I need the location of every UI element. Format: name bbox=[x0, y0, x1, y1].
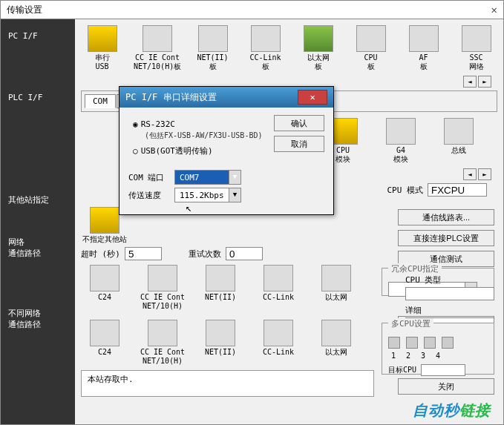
device-icon bbox=[90, 265, 120, 291]
device-item[interactable]: CC IE Cont NET/10(H) bbox=[139, 320, 186, 366]
device-icon bbox=[264, 320, 293, 346]
device-icon bbox=[148, 265, 177, 291]
device-item[interactable]: NET(II) bbox=[197, 265, 244, 311]
device-icon bbox=[88, 25, 117, 52]
serial-detail-dialog: PC I/F 串口详细设置 ✕ 确认 取消 ◉ RS-232C (包括FX-US… bbox=[119, 86, 334, 215]
device-icon bbox=[251, 25, 281, 52]
sidebar-item-other[interactable]: 其他站指定 bbox=[1, 188, 75, 211]
device-icon bbox=[321, 320, 351, 346]
speed-combo[interactable]: 115.2Kbps ▼ bbox=[174, 188, 241, 202]
sidebar-item-plcif[interactable]: PLC I/F bbox=[1, 87, 75, 108]
timeout-input[interactable] bbox=[125, 247, 162, 260]
cpu-slot-1[interactable] bbox=[388, 337, 400, 349]
device-icon bbox=[444, 118, 474, 145]
close-button[interactable]: 关闭 bbox=[398, 378, 494, 395]
cpu-slot-3[interactable] bbox=[424, 337, 436, 349]
cpu-mode-label: CPU 模式 bbox=[387, 185, 424, 196]
watermark: 自动秒链接 bbox=[413, 401, 491, 421]
device-icon bbox=[148, 320, 177, 346]
device-item[interactable]: NET(II) 板 bbox=[192, 25, 234, 71]
device-item[interactable]: 总线 bbox=[435, 118, 482, 164]
device-item[interactable]: CC IE Cont NET/10(H)板 bbox=[134, 25, 181, 71]
retry-input[interactable] bbox=[226, 247, 263, 260]
device-icon bbox=[462, 25, 491, 52]
dialog-close-button[interactable]: ✕ bbox=[298, 90, 327, 105]
tab-com1[interactable]: COM bbox=[85, 94, 116, 108]
window-titlebar: 传输设置 ✕ bbox=[0, 0, 504, 19]
other-station-icon bbox=[90, 207, 120, 234]
sidebar-item-pcif[interactable]: PC I/F bbox=[1, 25, 75, 47]
device-item[interactable]: CPU 板 bbox=[350, 25, 392, 71]
cpu-mode-input[interactable] bbox=[428, 183, 487, 197]
chevron-down-icon: ▼ bbox=[229, 171, 240, 184]
sidebar-item-net[interactable]: 网络 通信路径 bbox=[1, 231, 75, 265]
scroll-left-icon-2[interactable]: ◄ bbox=[463, 168, 477, 180]
cpu-type-field bbox=[405, 287, 494, 300]
device-item[interactable]: G4 模块 bbox=[377, 118, 425, 164]
cpu-type-label: CPU 类型 bbox=[405, 274, 494, 286]
window-title: 传输设置 bbox=[7, 4, 42, 16]
scroll-right-icon[interactable]: ► bbox=[478, 76, 491, 88]
status-area: 本站存取中. bbox=[81, 370, 374, 397]
speed-label: 传送速度 bbox=[128, 190, 170, 201]
diffnet-row: C24CC IE Cont NET/10(H)NET(II)CC-Link以太网 bbox=[81, 320, 374, 366]
device-item[interactable]: CC-Link bbox=[255, 265, 302, 311]
route-list-button[interactable]: 通信线路表... bbox=[398, 209, 494, 225]
device-item[interactable]: AF 板 bbox=[402, 25, 445, 71]
detail-label: 详细 bbox=[405, 305, 494, 316]
scroll-left-icon[interactable]: ◄ bbox=[463, 76, 477, 88]
device-icon bbox=[198, 25, 228, 52]
sidebar: PC I/F PLC I/F 其他站指定 网络 通信路径 不同网络 通信路径 bbox=[1, 19, 75, 424]
retry-label: 重试次数 bbox=[189, 248, 221, 260]
device-icon bbox=[206, 320, 235, 346]
device-item[interactable]: C24 bbox=[81, 320, 128, 366]
chevron-down-icon: ▼ bbox=[229, 188, 240, 202]
device-icon bbox=[304, 25, 333, 52]
device-icon bbox=[409, 25, 439, 52]
dialog-ok-button[interactable]: 确认 bbox=[274, 115, 324, 131]
pcif-row: 串行 USBCC IE Cont NET/10(H)板NET(II) 板CC-L… bbox=[81, 25, 497, 71]
radio-selected-icon: ◉ bbox=[133, 119, 138, 129]
device-item[interactable]: CC-Link 板 bbox=[244, 25, 287, 71]
device-icon bbox=[321, 265, 351, 291]
device-icon bbox=[206, 265, 235, 291]
device-item[interactable]: C24 bbox=[81, 265, 128, 311]
com-port-label: COM 端口 bbox=[128, 172, 170, 183]
device-item[interactable]: NET(II) bbox=[197, 320, 244, 366]
direct-plc-button[interactable]: 直接连接PLC设置 bbox=[398, 230, 494, 246]
radio-unselected-icon: ○ bbox=[133, 146, 138, 156]
device-icon bbox=[386, 118, 416, 145]
cpu-slot-2[interactable] bbox=[406, 337, 418, 349]
com-port-combo[interactable]: COM7 ▼ bbox=[174, 170, 241, 185]
device-item[interactable]: SSC 网络 bbox=[455, 25, 497, 71]
net-row: C24CC IE Cont NET/10(H)NET(II)CC-Link以太网 bbox=[81, 265, 374, 311]
target-cpu-field bbox=[421, 364, 465, 376]
device-item[interactable]: CC-Link bbox=[255, 320, 302, 366]
dialog-titlebar[interactable]: PC I/F 串口详细设置 ✕ bbox=[120, 87, 333, 108]
content-area: 串行 USBCC IE Cont NET/10(H)板NET(II) 板CC-L… bbox=[75, 19, 503, 424]
device-icon bbox=[356, 25, 386, 52]
cpu-slot-4[interactable] bbox=[442, 337, 454, 349]
device-item[interactable]: 以太网 bbox=[312, 265, 360, 311]
device-item[interactable]: 串行 USB bbox=[81, 25, 123, 71]
device-item[interactable]: 以太网 板 bbox=[297, 25, 339, 71]
multi-cpu-group: 多CPU设置 1 2 3 4 目标CPU bbox=[382, 323, 494, 375]
device-item[interactable]: 以太网 bbox=[312, 320, 360, 366]
dialog-cancel-button[interactable]: 取消 bbox=[274, 136, 324, 152]
device-icon bbox=[143, 25, 172, 52]
sidebar-item-diffnet[interactable]: 不同网络 通信路径 bbox=[1, 302, 75, 336]
scroll-right-icon-2[interactable]: ► bbox=[478, 168, 491, 180]
device-icon bbox=[264, 265, 293, 291]
device-icon bbox=[90, 320, 120, 346]
window-close-icon[interactable]: ✕ bbox=[491, 4, 497, 16]
timeout-label: 超时 (秒) bbox=[81, 248, 120, 260]
device-item[interactable]: CC IE Cont NET/10(H) bbox=[139, 265, 186, 311]
